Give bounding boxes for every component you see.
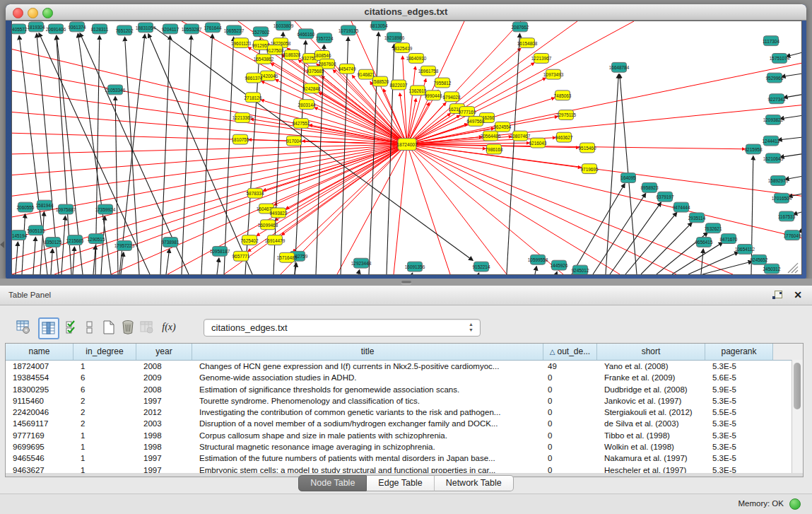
table-select-dropdown[interactable]: citations_edges.txt ▲▼ — [204, 319, 481, 337]
table-cell: 9115460 — [6, 395, 73, 407]
table-cell: 2009 — [136, 372, 192, 383]
graph-node-label: 9227343 — [768, 97, 786, 102]
graph-node-label: 917004 — [286, 139, 302, 144]
memory-status-label: Memory: OK — [738, 499, 784, 508]
column-header-in_degree[interactable]: in_degree — [73, 344, 136, 360]
citation-network-graph[interactable]: 1405572181930420691406936137481283117651… — [12, 21, 801, 274]
delete-column-button[interactable] — [119, 317, 137, 337]
table-row[interactable]: 1938455462009Genome-wide association stu… — [6, 372, 803, 383]
table-cell: 2 — [73, 418, 136, 429]
table-cell: 5.3E-5 — [705, 395, 773, 407]
show-columns-button[interactable] — [38, 317, 59, 339]
graph-node-label: 10719135 — [339, 28, 359, 33]
graph-node-label: 16648784 — [609, 65, 630, 70]
new-column-button[interactable] — [100, 317, 118, 337]
panel-title: Table Panel — [8, 286, 51, 305]
graph-node-label: 8427552 — [293, 121, 310, 126]
table-row[interactable]: 977716911998Corpus callosum shape and si… — [6, 430, 803, 441]
table-row[interactable]: 946554611997Estimation of the future num… — [6, 452, 803, 464]
float-panel-button[interactable] — [772, 291, 782, 300]
scrollbar-thumb[interactable] — [794, 363, 801, 409]
graph-node-label: 2803144 — [298, 103, 316, 107]
graph-node-label: 10958187 — [210, 249, 230, 254]
graph-node-label: 6497568 — [467, 119, 485, 124]
table-cell: 19384554 — [6, 372, 73, 383]
column-header-out_de[interactable]: △out_de... — [543, 344, 597, 360]
table-cell: Structural magnetic resonance image aver… — [192, 441, 543, 452]
network-window: citations_edges.txt 14055721819304206914… — [6, 4, 806, 279]
graph-node-label: 1405572 — [12, 27, 28, 32]
tab-network-table[interactable]: Network Table — [435, 475, 514, 491]
table-row[interactable]: 969969511998Structural magnetic resonanc… — [6, 441, 803, 452]
column-header-title[interactable]: title — [192, 344, 543, 360]
window-titlebar[interactable]: citations_edges.txt — [6, 4, 806, 21]
table-row[interactable]: 2242004622012Investigating the contribut… — [6, 407, 803, 418]
table-row[interactable]: 1872400712008Changes of HCN gene express… — [6, 361, 803, 372]
graph-node-label: 2935114 — [688, 216, 706, 221]
tab-edge-table[interactable]: Edge Table — [367, 475, 434, 491]
graph-node-label: 15892971 — [768, 178, 789, 183]
graph-node-label: 7357224 — [316, 36, 334, 41]
horizontal-splitter[interactable] — [0, 279, 812, 286]
collapse-panel-arrow-icon[interactable] — [0, 241, 4, 248]
graph-node-label: 18640910 — [406, 56, 427, 61]
column-header-pagerank[interactable]: pagerank — [705, 344, 773, 360]
table-cell: 1 — [73, 452, 136, 464]
graph-node-label: 1588520 — [372, 79, 389, 84]
column-header-name[interactable]: name — [6, 344, 73, 360]
graph-node-label: 17359924 — [95, 207, 116, 212]
table-cell: 0 — [543, 441, 597, 452]
graph-node-label: 20564486 — [481, 134, 501, 139]
graph-node-label: 9990448 — [425, 93, 442, 98]
splitter-handle[interactable] — [401, 281, 411, 284]
column-header-year[interactable]: year — [136, 344, 192, 360]
table-vertical-scrollbar[interactable] — [792, 360, 803, 477]
graph-node-label: 8471670 — [720, 237, 738, 242]
tab-node-table[interactable]: Node Table — [298, 475, 367, 491]
graph-node-label: 12975115 — [556, 113, 576, 118]
graph-node-label: 1290515 — [88, 237, 105, 242]
graph-node-label: 7651202 — [116, 28, 134, 33]
table-select-value: citations_edges.txt — [211, 322, 288, 333]
graph-node-label: 7632621 — [705, 226, 722, 231]
table-row[interactable]: 911546021997Tourette syndrome. Phenomeno… — [6, 395, 803, 407]
table-cell: 1 — [73, 430, 136, 441]
graph-node-label: 9146821 — [358, 72, 375, 77]
row-boxes-button[interactable] — [81, 317, 99, 337]
memory-indicator-icon[interactable] — [789, 498, 801, 510]
graph-node-label: 12213967 — [531, 56, 552, 61]
graph-node-label: 8813054 — [370, 23, 388, 28]
graph-node-label: 9463627 — [555, 135, 573, 140]
table-cell: 1998 — [136, 430, 192, 441]
graph-node-label: 8958923 — [641, 185, 659, 190]
function-builder-button[interactable]: f(x) — [160, 317, 178, 337]
table-settings-button[interactable] — [14, 317, 33, 337]
graph-node-label: 2060555 — [17, 205, 35, 210]
graph-node-label: 16543862 — [254, 57, 274, 62]
graph-node-label: 9529966 — [766, 76, 784, 81]
graph-node-label: 16091356 — [405, 264, 425, 269]
graph-node-label: 2087662 — [512, 25, 529, 30]
table-settings-icon — [16, 320, 31, 335]
table-cell: de Silva et al. (2003) — [597, 418, 705, 429]
graph-node-label: 1362615 — [409, 88, 427, 93]
table-cell: Wolkin et al. (1998) — [597, 441, 705, 452]
table-cell: 0 — [543, 384, 597, 395]
table-toolbar: f(x) citations_edges.txt ▲▼ — [0, 305, 812, 344]
column-header-short[interactable]: short — [597, 344, 705, 360]
column-checks-button[interactable] — [63, 317, 81, 337]
network-canvas[interactable]: 1405572181930420691406936137481283117651… — [11, 21, 802, 275]
graph-node-label: 9656415 — [695, 240, 713, 245]
table-row[interactable]: 1830029562008Estimation of significance … — [6, 384, 803, 395]
graph-node-label: 9152214 — [473, 264, 490, 269]
delete-table-button[interactable] — [138, 317, 156, 337]
close-panel-button[interactable]: ✕ — [794, 289, 802, 300]
table-row[interactable]: 1456911722003Disruption of a novel membe… — [6, 418, 803, 429]
table-panel: Table Panel ✕ — [0, 286, 812, 514]
graph-node-label: 10599558 — [528, 257, 548, 262]
graph-node-label: 10807467 — [510, 134, 531, 139]
table-cell: Investigating the contribution of common… — [192, 407, 543, 418]
graph-node-label: 19601123 — [231, 41, 251, 46]
function-builder-icon: f(x) — [162, 322, 175, 333]
table-cell: 2 — [73, 407, 136, 418]
